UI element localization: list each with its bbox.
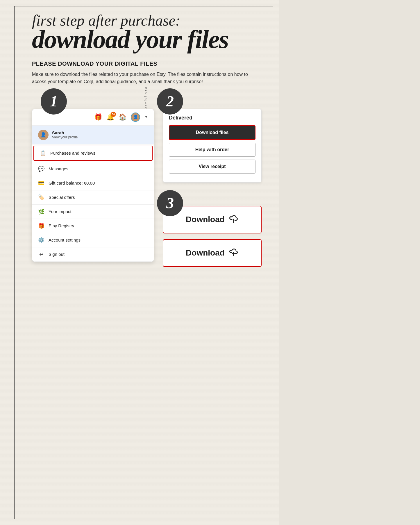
your-impact-icon: 🌿	[38, 208, 44, 215]
special-offers-item[interactable]: 🏷️ Special offers	[32, 190, 154, 205]
step-3-number: 3	[166, 194, 174, 212]
sign-out-item[interactable]: ↩ Sign out	[32, 247, 154, 262]
messages-label: Messages	[49, 166, 68, 171]
left-border-decoration	[14, 6, 15, 519]
purchases-reviews-label: Purchases and reviews	[50, 151, 95, 156]
profile-info: Sarah View your profile	[52, 130, 78, 139]
your-impact-item[interactable]: 🌿 Your impact	[32, 205, 154, 219]
etsy-registry-icon: 🎁	[38, 223, 44, 229]
step-1-number: 1	[50, 93, 58, 110]
download-files-button[interactable]: Download files	[169, 125, 255, 140]
page-wrapper: www.marryful.org first step after purcha…	[0, 0, 279, 525]
description-body: Make sure to download the files related …	[32, 71, 262, 85]
etsy-dropdown-mockup: 🎁 🔔 50 🏠 👤 ▼ 👤	[32, 109, 154, 262]
step-1-badge: 1	[41, 88, 67, 115]
download-label-1: Download	[186, 215, 225, 224]
dropdown-menu: 👤 Sarah View your profile 📋 Purchases an…	[32, 126, 154, 262]
gift-card-label: Gift card balance: €0.00	[49, 181, 95, 185]
account-settings-item[interactable]: ⚙️ Account settings	[32, 233, 154, 247]
notification-count: 50	[111, 112, 116, 117]
description-heading: PLEASE DOWNLOAD YOUR DIGITAL FILES	[32, 60, 262, 67]
special-offers-label: Special offers	[49, 195, 75, 200]
account-settings-icon: ⚙️	[38, 237, 44, 243]
download-button-2[interactable]: Download	[163, 239, 262, 267]
account-settings-label: Account settings	[49, 238, 81, 242]
purchases-reviews-item[interactable]: 📋 Purchases and reviews	[33, 146, 153, 161]
gift-card-item[interactable]: 💳 Gift card balance: €0.00	[32, 176, 154, 190]
avatar-dropdown-arrow: ▼	[144, 115, 148, 119]
your-impact-label: Your impact	[49, 209, 72, 214]
description-section: PLEASE DOWNLOAD YOUR DIGITAL FILES Make …	[32, 60, 262, 85]
etsy-registry-label: Etsy Registry	[49, 223, 74, 228]
etsy-registry-item[interactable]: 🎁 Etsy Registry	[32, 219, 154, 233]
step-2-number: 2	[166, 93, 174, 110]
step-1-column: 1 🎁 🔔 50 🏠 👤 ▼	[32, 94, 154, 262]
delivered-panel: Delivered Download files Help with order…	[163, 109, 262, 183]
purchases-icon: 📋	[40, 150, 46, 156]
profile-avatar-icon: 👤	[38, 130, 49, 140]
sign-out-icon: ↩	[38, 251, 44, 258]
home-icon: 🏠	[119, 113, 126, 121]
view-receipt-button[interactable]: View receipt	[169, 160, 255, 174]
profile-sub-text: View your profile	[52, 135, 78, 139]
user-avatar[interactable]: 👤	[131, 112, 140, 122]
help-with-order-button[interactable]: Help with order	[169, 143, 255, 157]
download-icon-1	[228, 213, 239, 226]
step-3-badge: 3	[157, 190, 183, 216]
notifications-icon: 🔔 50	[106, 113, 114, 121]
messages-icon: 💬	[38, 166, 44, 172]
delivered-label: Delivered	[169, 115, 255, 121]
messages-item[interactable]: 💬 Messages	[32, 162, 154, 176]
download-icon-2	[228, 247, 239, 259]
step-2-3-column: 2 Delivered Download files Help with ord…	[163, 94, 262, 273]
main-title: download your files	[32, 27, 262, 52]
steps-container: 1 🎁 🔔 50 🏠 👤 ▼	[32, 94, 262, 273]
step-2-badge: 2	[157, 88, 183, 115]
gift-card-icon: 💳	[38, 180, 44, 186]
sign-out-label: Sign out	[49, 252, 65, 257]
profile-row[interactable]: 👤 Sarah View your profile	[32, 126, 154, 144]
download-label-2: Download	[186, 248, 225, 258]
gifts-icon: 🎁	[94, 113, 102, 121]
special-offers-icon: 🏷️	[38, 194, 44, 201]
download-section: Download Download	[163, 206, 262, 267]
profile-name: Sarah	[52, 130, 78, 135]
